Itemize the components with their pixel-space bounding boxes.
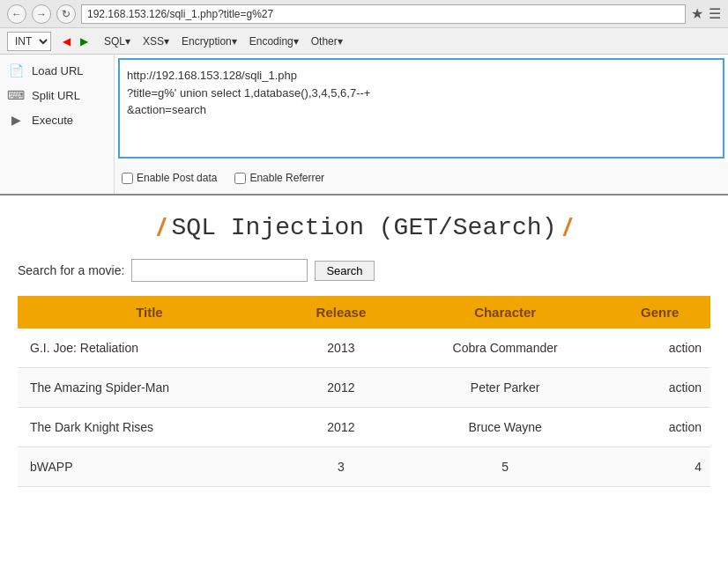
bookmark-icon[interactable]: ★ bbox=[691, 5, 703, 22]
table-row: The Dark Knight Rises2012Bruce Wayneacti… bbox=[18, 408, 710, 447]
url-line2: ?title=g%' union select 1,database(),3,4… bbox=[127, 85, 716, 102]
execute-icon: ▶ bbox=[7, 111, 25, 129]
cell-release: 2012 bbox=[281, 368, 401, 408]
execute-item[interactable]: ▶ Execute bbox=[0, 107, 114, 132]
arrow-green[interactable]: ▶ bbox=[76, 33, 92, 49]
search-row: Search for a movie: Search bbox=[18, 259, 710, 282]
table-row: G.I. Joe: Retaliation2013Cobra Commander… bbox=[18, 328, 710, 368]
referrer-checkbox-label[interactable]: Enable Referrer bbox=[234, 172, 324, 184]
page-title: SQL Injection (GET/Search) bbox=[172, 214, 557, 241]
cell-genre: action bbox=[609, 368, 710, 408]
other-menu[interactable]: Other▾ bbox=[306, 33, 348, 49]
execute-label: Execute bbox=[32, 114, 73, 127]
table-header: Title Release Character Genre bbox=[18, 296, 710, 328]
arrow-red[interactable]: ◀ bbox=[58, 33, 74, 49]
cell-title: bWAPP bbox=[18, 447, 281, 487]
browser-bar: ← → ↻ ★ ☰ bbox=[0, 0, 728, 28]
table-row: The Amazing Spider-Man2012Peter Parkerac… bbox=[18, 368, 710, 408]
cell-genre: action bbox=[609, 328, 710, 368]
load-url-icon: 📄 bbox=[7, 62, 25, 79]
checkboxes-row: Enable Post data Enable Referrer bbox=[115, 162, 728, 194]
split-url-item[interactable]: ⌨ Split URL bbox=[0, 83, 114, 107]
url-line1: http://192.168.153.128/sqli_1.php bbox=[127, 67, 716, 85]
right-slash: / bbox=[563, 213, 570, 241]
main-area: 📄 Load URL ⌨ Split URL ▶ Execute http://… bbox=[0, 55, 728, 196]
results-table: Title Release Character Genre G.I. Joe: … bbox=[18, 296, 710, 487]
encryption-menu[interactable]: Encryption▾ bbox=[176, 33, 242, 49]
cell-character: Peter Parker bbox=[401, 368, 609, 408]
search-label: Search for a movie: bbox=[18, 263, 124, 277]
int-select[interactable]: INT bbox=[7, 32, 51, 51]
cell-character: Bruce Wayne bbox=[401, 408, 609, 447]
post-data-label: Enable Post data bbox=[137, 172, 217, 184]
cell-genre: 4 bbox=[609, 447, 710, 487]
split-url-icon: ⌨ bbox=[7, 86, 25, 104]
xss-menu[interactable]: XSS▾ bbox=[137, 33, 175, 49]
split-url-label: Split URL bbox=[32, 89, 80, 102]
post-data-checkbox-label[interactable]: Enable Post data bbox=[122, 172, 217, 184]
page-title-row: / SQL Injection (GET/Search) / bbox=[18, 213, 710, 241]
cell-release: 2013 bbox=[281, 328, 401, 368]
back-button[interactable]: ← bbox=[7, 4, 26, 24]
refresh-button[interactable]: ↻ bbox=[56, 4, 76, 24]
col-header-release: Release bbox=[281, 296, 401, 328]
cell-title: G.I. Joe: Retaliation bbox=[18, 328, 281, 368]
toolbar: INT ◀ ▶ SQL▾ XSS▾ Encryption▾ Encoding▾ … bbox=[0, 28, 728, 55]
table-row: bWAPP354 bbox=[18, 447, 710, 487]
address-bar[interactable] bbox=[81, 4, 686, 24]
load-url-item[interactable]: 📄 Load URL bbox=[0, 58, 114, 83]
side-panel: 📄 Load URL ⌨ Split URL ▶ Execute bbox=[0, 55, 115, 194]
toolbar-menu: SQL▾ XSS▾ Encryption▾ Encoding▾ Other▾ bbox=[99, 33, 348, 49]
encoding-menu[interactable]: Encoding▾ bbox=[244, 33, 304, 49]
cell-release: 3 bbox=[281, 447, 401, 487]
referrer-checkbox[interactable] bbox=[234, 173, 246, 184]
search-button[interactable]: Search bbox=[315, 261, 374, 281]
table-body: G.I. Joe: Retaliation2013Cobra Commander… bbox=[18, 328, 710, 487]
browser-icons: ★ ☰ bbox=[691, 5, 721, 22]
col-header-title: Title bbox=[18, 296, 281, 328]
cell-character: Cobra Commander bbox=[401, 328, 609, 368]
col-header-character: Character bbox=[401, 296, 609, 328]
menu-icon[interactable]: ☰ bbox=[709, 5, 721, 22]
left-slash: / bbox=[158, 213, 165, 241]
url-area[interactable]: http://192.168.153.128/sqli_1.php ?title… bbox=[118, 58, 724, 159]
referrer-label: Enable Referrer bbox=[249, 172, 324, 184]
sql-menu[interactable]: SQL▾ bbox=[99, 33, 136, 49]
cell-title: The Dark Knight Rises bbox=[18, 408, 281, 447]
search-input[interactable] bbox=[131, 259, 308, 282]
load-url-label: Load URL bbox=[32, 64, 84, 77]
forward-button[interactable]: → bbox=[32, 4, 51, 24]
cell-title: The Amazing Spider-Man bbox=[18, 368, 281, 408]
cell-character: 5 bbox=[401, 447, 609, 487]
toolbar-arrows: ◀ ▶ bbox=[58, 33, 92, 49]
cell-release: 2012 bbox=[281, 408, 401, 447]
col-header-genre: Genre bbox=[609, 296, 710, 328]
url-line3: &action=search bbox=[127, 101, 716, 119]
page-content: / SQL Injection (GET/Search) / Search fo… bbox=[0, 196, 728, 496]
table-header-row: Title Release Character Genre bbox=[18, 296, 710, 328]
cell-genre: action bbox=[609, 408, 710, 447]
post-data-checkbox[interactable] bbox=[122, 173, 133, 184]
